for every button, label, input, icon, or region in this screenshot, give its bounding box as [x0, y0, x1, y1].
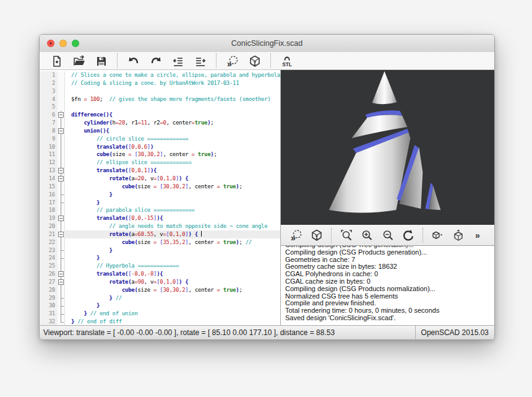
- code-text: cube(size = [30,30,2], center = true);: [65, 286, 280, 294]
- zoom-button[interactable]: [72, 40, 79, 47]
- code-line[interactable]: 8 union(){: [40, 127, 280, 135]
- line-number: 31: [40, 310, 58, 318]
- line-number: 11: [40, 151, 58, 159]
- openscad-window: ConicSlicingFix.scad »STL 1// Slices a c…: [39, 34, 495, 340]
- code-line[interactable]: 4$fn = 100; // gives the shape more frag…: [40, 95, 280, 103]
- code-line[interactable]: 2// Coding & slicing a cone. by UrbanAtW…: [40, 79, 280, 87]
- fold-marker: [58, 318, 65, 325]
- console-line: CGAL cache size in bytes: 0: [285, 278, 490, 286]
- code-text: difference(){: [65, 111, 280, 119]
- fold-marker: [58, 286, 65, 294]
- indent-button[interactable]: [190, 53, 211, 69]
- code-text: translate([-8,0,-8]){: [65, 270, 280, 278]
- close-button[interactable]: [47, 40, 54, 47]
- main-split: 1// Slices a cone to make a circle, elli…: [40, 70, 494, 325]
- code-text: rotate(a=68.55, v=[0,1,0]) {: [65, 230, 280, 238]
- fold-marker[interactable]: [58, 214, 65, 222]
- code-line[interactable]: 28 cube(size = [30,30,2], center = true)…: [40, 286, 280, 294]
- line-number: 6: [40, 111, 58, 119]
- chevron-more-button[interactable]: »: [470, 227, 489, 243]
- fold-marker[interactable]: [58, 111, 65, 119]
- new-file-icon: [51, 55, 63, 68]
- code-line[interactable]: 27 rotate(a=90, v=[0,1,0]) {: [40, 278, 280, 286]
- code-line[interactable]: 21 rotate(a=68.55, v=[0,1,0]) {: [40, 230, 280, 238]
- unindent-icon: [172, 55, 184, 68]
- preview-button[interactable]: »: [286, 227, 306, 243]
- code-line[interactable]: 30 }: [40, 302, 280, 310]
- code-line[interactable]: 7 cylinder(h=28, r1=11, r2=0, center=tru…: [40, 119, 280, 127]
- fold-marker[interactable]: [58, 230, 65, 238]
- fold-marker[interactable]: [58, 270, 65, 278]
- fold-marker[interactable]: [58, 278, 65, 286]
- code-line[interactable]: 1// Slices a cone to make a circle, elli…: [40, 71, 280, 79]
- code-line[interactable]: 11 cube(size = [30,30,2], center = true)…: [40, 151, 280, 159]
- code-line[interactable]: 19 translate([0,0,-15]){: [40, 214, 280, 222]
- code-line[interactable]: 18 // parabola slice =============: [40, 206, 280, 214]
- svg-text:»: »: [475, 230, 480, 240]
- line-number: 20: [40, 222, 58, 230]
- code-text: [65, 103, 280, 111]
- code-text: }: [65, 199, 280, 207]
- save-button[interactable]: [91, 53, 112, 69]
- fold-marker[interactable]: [58, 175, 65, 183]
- line-number: 22: [40, 238, 58, 246]
- code-line[interactable]: 15 cube(size = [30,30,2], center = true)…: [40, 183, 280, 191]
- stl-button[interactable]: STL: [277, 53, 298, 69]
- status-bar: Viewport: translate = [ -0.00 -0.00 -0.0…: [40, 325, 494, 339]
- line-number: 12: [40, 159, 58, 167]
- code-line[interactable]: 17 }: [40, 199, 280, 207]
- zoom-all-button[interactable]: [337, 227, 356, 243]
- code-text: cube(size = [35,35,2], center = true); /…: [65, 238, 280, 246]
- code-text: translate([0,0,-15]){: [65, 214, 280, 222]
- code-line[interactable]: 5: [40, 103, 280, 111]
- zoom-in-icon: [361, 229, 373, 242]
- minimize-button[interactable]: [59, 40, 67, 47]
- svg-text:»: »: [227, 58, 232, 68]
- code-line[interactable]: 14 rotate(a=20, v=[0,1,0]) {: [40, 175, 280, 183]
- code-line[interactable]: 26 translate([-8,0,-8]){: [40, 270, 280, 278]
- code-line[interactable]: 12 // ellipse slice =============: [40, 159, 280, 167]
- code-line[interactable]: 6difference(){: [40, 111, 280, 119]
- svg-text:STL: STL: [282, 61, 291, 67]
- console-output[interactable]: Compiling design (CSG Tree generation)..…: [281, 246, 494, 325]
- code-line[interactable]: 22 cube(size = [35,35,2], center = true)…: [40, 238, 280, 246]
- title-bar[interactable]: ConicSlicingFix.scad: [40, 35, 494, 53]
- undo-button[interactable]: [123, 53, 144, 69]
- open-folder-button[interactable]: [69, 53, 90, 69]
- code-line[interactable]: 9 // circle slice =============: [40, 135, 280, 143]
- fold-marker: [58, 151, 65, 159]
- reset-view-button[interactable]: [398, 227, 418, 243]
- fold-marker: [58, 310, 65, 318]
- line-number: 25: [40, 262, 58, 270]
- line-number: 16: [40, 191, 58, 199]
- code-line[interactable]: 23 }: [40, 246, 280, 255]
- zoom-out-button[interactable]: [378, 227, 397, 243]
- code-line[interactable]: 24 }: [40, 254, 280, 262]
- fold-marker[interactable]: [58, 167, 65, 175]
- view-right-button[interactable]: [429, 227, 448, 243]
- code-editor[interactable]: 1// Slices a cone to make a circle, elli…: [40, 70, 281, 325]
- code-line[interactable]: 32} // end of diff: [40, 318, 280, 325]
- new-file-button[interactable]: [46, 53, 67, 69]
- view-perspective-button[interactable]: [449, 227, 468, 243]
- code-line[interactable]: 3: [40, 87, 280, 95]
- zoom-in-button[interactable]: [358, 227, 377, 243]
- redo-button[interactable]: [145, 53, 166, 69]
- fold-marker: [58, 103, 65, 111]
- fold-marker: [58, 206, 65, 214]
- render-cube-button[interactable]: [244, 53, 265, 69]
- code-line[interactable]: 20 // angle needs to match opposite side…: [40, 222, 280, 230]
- console-line: Compiling design (CSG Products generatio…: [285, 249, 490, 256]
- reset-view-icon: [402, 229, 414, 242]
- fold-marker[interactable]: [58, 127, 65, 135]
- code-line[interactable]: 31 } // end of union: [40, 310, 280, 318]
- code-line[interactable]: 25 // Hyperbola =============: [40, 262, 280, 270]
- unindent-button[interactable]: [168, 53, 189, 69]
- code-line[interactable]: 13 translate([0,0,1]){: [40, 167, 280, 175]
- preview-button[interactable]: »: [222, 53, 243, 69]
- 3d-viewport[interactable]: [281, 70, 494, 225]
- code-line[interactable]: 16 }: [40, 191, 280, 199]
- code-line[interactable]: 10 translate([0,0,6]): [40, 143, 280, 151]
- code-line[interactable]: 29 } //: [40, 294, 280, 302]
- render-cube-button[interactable]: [307, 227, 326, 243]
